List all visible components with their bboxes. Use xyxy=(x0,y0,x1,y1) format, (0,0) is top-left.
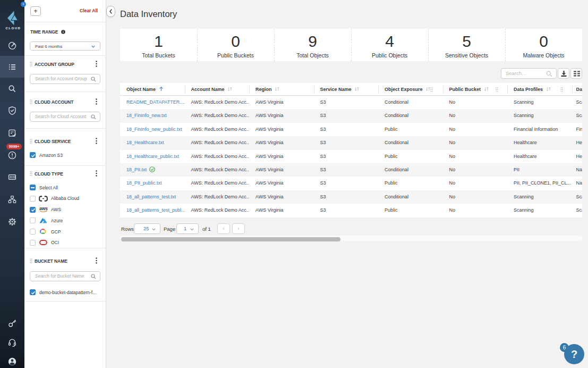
svg-text:aws: aws xyxy=(39,206,48,211)
